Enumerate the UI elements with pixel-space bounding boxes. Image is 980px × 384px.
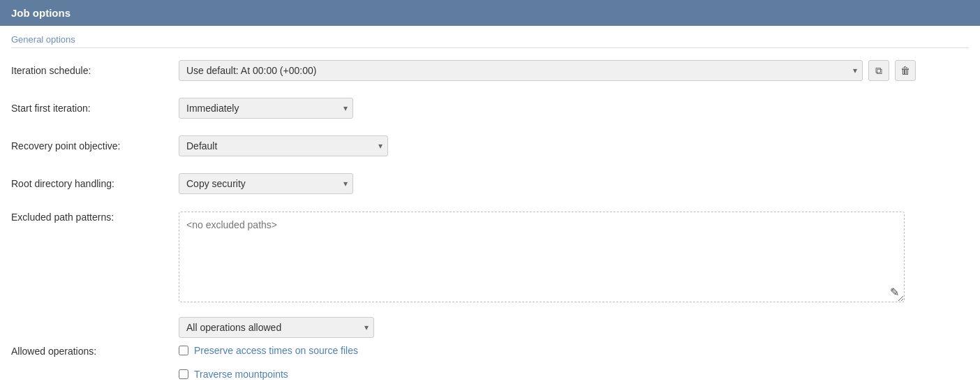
root-directory-label: Root directory handling: bbox=[11, 178, 179, 189]
allowed-operations-wrapper: All operations allowed Read only Custom bbox=[179, 317, 374, 338]
traverse-mountpoints-checkbox[interactable] bbox=[179, 369, 188, 379]
recovery-point-wrapper: Default 1 hour 4 hours 24 hours bbox=[179, 135, 388, 156]
iteration-schedule-select[interactable]: Use default: At 00:00 (+00:00) bbox=[179, 60, 863, 81]
edit-icon[interactable]: ✎ bbox=[890, 286, 899, 299]
allowed-operations-label: Allowed operations: bbox=[11, 346, 179, 357]
traverse-mountpoints-row: Traverse mountpoints bbox=[179, 369, 374, 380]
start-first-iteration-label: Start first iteration: bbox=[11, 103, 179, 114]
delete-schedule-button[interactable]: 🗑 bbox=[895, 60, 916, 81]
iteration-schedule-wrapper: Use default: At 00:00 (+00:00) bbox=[179, 60, 863, 81]
excluded-paths-textarea[interactable] bbox=[179, 212, 905, 302]
allowed-ops-section: All operations allowed Read only Custom … bbox=[179, 317, 374, 384]
recovery-point-control: Default 1 hour 4 hours 24 hours bbox=[179, 135, 388, 156]
recovery-point-select[interactable]: Default 1 hour 4 hours 24 hours bbox=[179, 135, 388, 156]
start-first-iteration-select[interactable]: Immediately On next schedule Manually bbox=[179, 98, 353, 119]
allowed-operations-select[interactable]: All operations allowed Read only Custom bbox=[179, 317, 374, 338]
root-directory-wrapper: Copy security Ignore security Create new… bbox=[179, 173, 353, 194]
root-directory-row: Root directory handling: Copy security I… bbox=[11, 171, 969, 196]
excluded-paths-wrapper: ✎ bbox=[179, 212, 905, 304]
title-text: Job options bbox=[11, 7, 70, 19]
allowed-operations-row: Allowed operations: All operations allow… bbox=[11, 317, 969, 384]
section-header: General options bbox=[11, 34, 969, 48]
traverse-mountpoints-label: Traverse mountpoints bbox=[194, 369, 288, 380]
copy-icon: ⧉ bbox=[875, 65, 882, 77]
copy-schedule-button[interactable]: ⧉ bbox=[868, 60, 889, 81]
preserve-access-times-checkbox[interactable] bbox=[179, 346, 188, 355]
iteration-schedule-control: Use default: At 00:00 (+00:00) ⧉ 🗑 bbox=[179, 60, 916, 81]
start-first-iteration-control: Immediately On next schedule Manually bbox=[179, 98, 353, 119]
recovery-point-row: Recovery point objective: Default 1 hour… bbox=[11, 133, 969, 158]
excluded-paths-row: Excluded path patterns: ✎ bbox=[11, 209, 969, 304]
start-first-iteration-wrapper: Immediately On next schedule Manually bbox=[179, 98, 353, 119]
title-bar: Job options bbox=[0, 0, 980, 26]
root-directory-select[interactable]: Copy security Ignore security Create new… bbox=[179, 173, 353, 194]
excluded-paths-label: Excluded path patterns: bbox=[11, 212, 179, 223]
preserve-access-times-row: Preserve access times on source files bbox=[179, 345, 374, 356]
preserve-access-times-label: Preserve access times on source files bbox=[194, 345, 358, 356]
iteration-schedule-label: Iteration schedule: bbox=[11, 65, 179, 76]
iteration-schedule-row: Iteration schedule: Use default: At 00:0… bbox=[11, 58, 969, 83]
root-directory-control: Copy security Ignore security Create new… bbox=[179, 173, 353, 194]
trash-icon: 🗑 bbox=[900, 65, 910, 76]
recovery-point-label: Recovery point objective: bbox=[11, 140, 179, 152]
start-first-iteration-row: Start first iteration: Immediately On ne… bbox=[11, 96, 969, 121]
